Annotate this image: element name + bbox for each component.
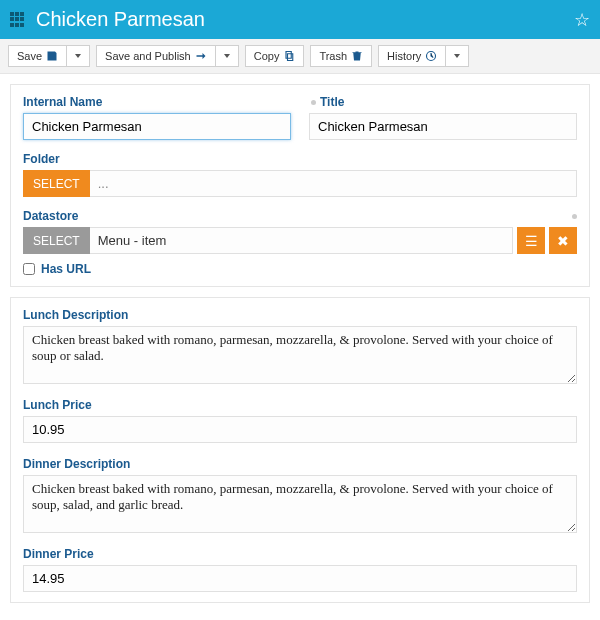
star-icon[interactable]: ☆ [574, 9, 590, 31]
clock-icon [425, 50, 437, 62]
datastore-clear-button[interactable]: ✖ [549, 227, 577, 254]
trash-button[interactable]: Trash [310, 45, 372, 67]
copy-button[interactable]: Copy [245, 45, 305, 67]
dinner-price-input[interactable] [23, 565, 577, 592]
datastore-field: Datastore SELECT Menu - item ☰ ✖ [23, 209, 577, 254]
save-dropdown-button[interactable] [67, 45, 90, 67]
history-label: History [387, 50, 421, 62]
copy-icon [283, 50, 295, 62]
dinner-price-field: Dinner Price [23, 547, 577, 592]
datastore-value: Menu - item [90, 227, 513, 254]
internal-name-field: Internal Name [23, 95, 291, 140]
lunch-price-input[interactable] [23, 416, 577, 443]
save-publish-button[interactable]: Save and Publish [96, 45, 216, 67]
folder-label: Folder [23, 152, 60, 166]
has-url-row: Has URL [23, 262, 577, 276]
indicator-dot-icon [572, 214, 577, 219]
folder-select-button[interactable]: SELECT [23, 170, 90, 197]
internal-name-input[interactable] [23, 113, 291, 140]
datastore-menu-button[interactable]: ☰ [517, 227, 545, 254]
copy-label: Copy [254, 50, 280, 62]
arrow-right-icon [195, 50, 207, 62]
save-publish-label: Save and Publish [105, 50, 191, 62]
save-disk-icon [46, 50, 58, 62]
close-icon: ✖ [557, 233, 569, 249]
lunch-price-field: Lunch Price [23, 398, 577, 443]
title-field: Title [309, 95, 577, 140]
dinner-desc-field: Dinner Description [23, 457, 577, 533]
caret-down-icon [75, 54, 81, 58]
dinner-desc-label: Dinner Description [23, 457, 130, 471]
caret-down-icon [454, 54, 460, 58]
history-dropdown-button[interactable] [446, 45, 469, 67]
save-button[interactable]: Save [8, 45, 67, 67]
lunch-desc-field: Lunch Description [23, 308, 577, 384]
trash-label: Trash [319, 50, 347, 62]
has-url-label: Has URL [41, 262, 91, 276]
lunch-desc-label: Lunch Description [23, 308, 128, 322]
history-button[interactable]: History [378, 45, 446, 67]
caret-down-icon [224, 54, 230, 58]
trash-icon [351, 50, 363, 62]
save-publish-dropdown-button[interactable] [216, 45, 239, 67]
indicator-dot-icon [311, 100, 316, 105]
description-panel: Lunch Description Lunch Price Dinner Des… [10, 297, 590, 603]
internal-name-label: Internal Name [23, 95, 102, 109]
dinner-desc-input[interactable] [23, 475, 577, 533]
save-label: Save [17, 50, 42, 62]
folder-field: Folder SELECT ... [23, 152, 577, 197]
page-header: Chicken Parmesan ☆ [0, 0, 600, 39]
datastore-select-button[interactable]: SELECT [23, 227, 90, 254]
title-input[interactable] [309, 113, 577, 140]
folder-value: ... [90, 170, 577, 197]
hamburger-icon: ☰ [525, 233, 538, 249]
title-label: Title [320, 95, 344, 109]
page-title: Chicken Parmesan [36, 8, 564, 31]
main-fields-panel: Internal Name Title Folder SELECT ... Da… [10, 84, 590, 287]
dinner-price-label: Dinner Price [23, 547, 94, 561]
lunch-price-label: Lunch Price [23, 398, 92, 412]
lunch-desc-input[interactable] [23, 326, 577, 384]
apps-grid-icon[interactable] [10, 12, 26, 28]
datastore-label: Datastore [23, 209, 78, 223]
toolbar: Save Save and Publish Copy Trash History [0, 39, 600, 74]
has-url-checkbox[interactable] [23, 263, 35, 275]
